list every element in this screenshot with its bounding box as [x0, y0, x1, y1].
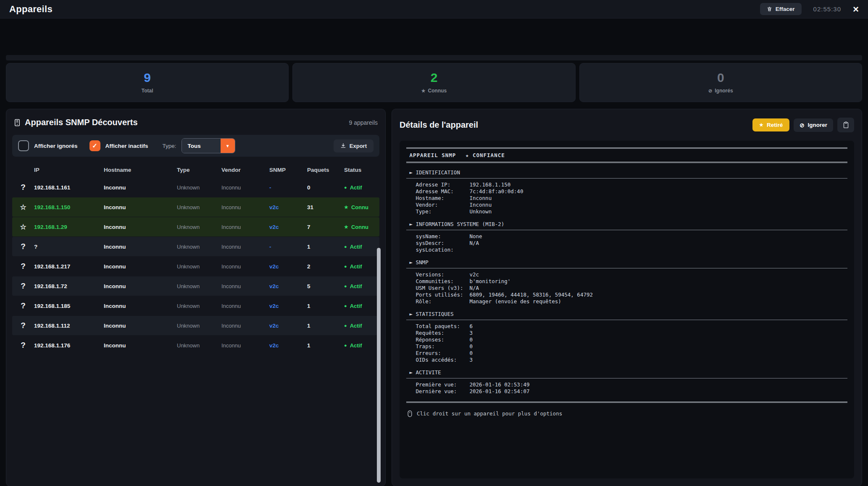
cell-vendor: Inconnu	[221, 224, 269, 230]
download-icon	[340, 143, 346, 149]
col-hostname: Hostname	[104, 167, 177, 173]
status-badge: ●Actif	[344, 263, 379, 270]
status-badge: ●Actif	[344, 184, 379, 191]
copy-button[interactable]	[837, 118, 854, 132]
cell-snmp: -	[269, 184, 307, 191]
details-panel-header: Détails de l'appareil ★ Retiré ⊘ Ignorer	[392, 109, 862, 134]
cell-packets: 1	[307, 303, 344, 309]
cell-type: Unknown	[177, 303, 221, 309]
detail-row: Adresse MAC:7c:4d:8f:a0:0d:40	[406, 188, 847, 195]
clear-button[interactable]: Effacer	[760, 3, 802, 15]
status-badge: ●Actif	[344, 342, 379, 349]
table-row[interactable]: ☆192.168.1.150InconnuUnknownInconnuv2c31…	[12, 197, 379, 217]
stats-row: 9 Total 2 ★ Connus 0 ⊘ Ignorés	[6, 63, 862, 102]
cell-snmp: v2c	[269, 323, 307, 329]
status-dot-icon: ●	[344, 284, 347, 289]
status-dot-icon: ●	[344, 323, 347, 328]
show-inactive-checkbox[interactable]: ✓	[89, 140, 100, 151]
status-label: Actif	[350, 323, 362, 329]
section-separator	[406, 178, 847, 179]
cell-ip: 192.168.1.176	[34, 342, 104, 349]
table-row[interactable]: ?192.168.1.112InconnuUnknownInconnuv2c1●…	[12, 316, 379, 335]
detail-value: 3	[469, 330, 473, 336]
vertical-scrollbar[interactable]	[377, 248, 381, 483]
confidence-badge: ★ CONFIANCE	[466, 152, 505, 159]
detail-row: Dernière vue:2026-01-16 02:54:07	[406, 388, 847, 395]
status-badge: ★Connu	[344, 204, 379, 210]
detail-value: Unknown	[469, 208, 492, 215]
ignore-button[interactable]: ⊘ Ignorer	[794, 118, 833, 132]
cell-type: Unknown	[177, 204, 221, 210]
stat-known-label: ★ Connus	[421, 88, 447, 94]
detail-label: Ports utilisés:	[416, 292, 470, 298]
filter-bar: Afficher ignorés ✓ Afficher inactifs Typ…	[12, 135, 379, 157]
table-row[interactable]: ?192.168.1.217InconnuUnknownInconnuv2c2●…	[12, 257, 379, 276]
status-dot-icon: ●	[344, 185, 347, 190]
detail-row: Requêtes:3	[406, 330, 847, 336]
mouse-icon	[407, 410, 413, 418]
close-icon[interactable]: ×	[853, 4, 859, 14]
table-row[interactable]: ?192.168.1.161InconnuUnknownInconnu-0●Ac…	[12, 178, 379, 197]
show-ignored-checkbox[interactable]	[18, 140, 29, 151]
cell-ip: 192.168.1.29	[34, 224, 104, 230]
retire-button[interactable]: ★ Retiré	[752, 118, 789, 131]
cell-vendor: Inconnu	[221, 342, 269, 349]
devices-panel-title: Appareils SNMP Découverts	[14, 118, 138, 127]
cell-hostname: Inconnu	[104, 303, 177, 309]
details-panel-title: Détails de l'appareil	[400, 120, 478, 130]
table-header: IP Hostname Type Vendor SNMP Paquets Sta…	[12, 163, 379, 176]
type-filter-select[interactable]: Tous ▼	[181, 138, 235, 153]
section-title: ► STATISTIQUES	[406, 311, 847, 320]
cell-ip: 192.168.1.150	[34, 204, 104, 210]
question-icon: ?	[12, 242, 34, 251]
cell-packets: 0	[307, 184, 344, 191]
star-icon: ★	[344, 225, 348, 229]
table-row[interactable]: ?192.168.1.176InconnuUnknownInconnuv2c1●…	[12, 336, 379, 355]
stat-ignored-value: 0	[717, 71, 724, 84]
progress-strip	[6, 55, 862, 60]
cell-vendor: Inconnu	[221, 303, 269, 309]
detail-label: Dernière vue:	[416, 388, 470, 395]
detail-value: 3	[469, 357, 473, 363]
trash-icon	[767, 6, 772, 12]
question-icon: ?	[12, 321, 34, 330]
cell-packets: 1	[307, 323, 344, 329]
cell-type: Unknown	[177, 263, 221, 270]
section-title: ► INFORMATIONS SYSTEME (MIB-2)	[406, 221, 847, 230]
stat-ignored-label: ⊘ Ignorés	[708, 88, 733, 94]
detail-label: sysName:	[416, 233, 470, 240]
detail-row: Traps:0	[406, 343, 847, 350]
col-packets: Paquets	[307, 167, 344, 173]
cell-ip: 192.168.1.217	[34, 263, 104, 270]
hint-row: Clic droit sur un appareil pour plus d'o…	[406, 410, 847, 418]
question-icon: ?	[12, 262, 34, 271]
terminal-section: ► ACTIVITEPremière vue:2026-01-16 02:53:…	[406, 369, 847, 395]
col-vendor: Vendor	[221, 167, 269, 173]
detail-value: v2c	[469, 271, 479, 278]
detail-label: OIDs accédés:	[416, 357, 470, 363]
cell-hostname: Inconnu	[104, 244, 177, 250]
detail-value: 192.168.1.150	[469, 181, 510, 188]
table-row[interactable]: ?192.168.1.185InconnuUnknownInconnuv2c1●…	[12, 296, 379, 315]
show-inactive-label: Afficher inactifs	[105, 143, 148, 149]
cell-hostname: Inconnu	[104, 224, 177, 230]
cell-vendor: Inconnu	[221, 244, 269, 250]
stat-card-ignored: 0 ⊘ Ignorés	[579, 63, 862, 102]
question-icon: ?	[12, 281, 34, 291]
double-separator	[406, 147, 847, 149]
section-separator	[406, 320, 847, 320]
cell-ip: 192.168.1.185	[34, 303, 104, 309]
cell-packets: 1	[307, 342, 344, 349]
detail-value: 0	[469, 350, 473, 357]
cell-type: Unknown	[177, 184, 221, 191]
stat-total-value: 9	[144, 71, 151, 84]
cell-hostname: Inconnu	[104, 342, 177, 349]
stat-known-value: 2	[431, 71, 438, 84]
export-button[interactable]: Export	[334, 139, 374, 152]
table-row[interactable]: ☆192.168.1.29InconnuUnknownInconnuv2c7★C…	[12, 217, 379, 236]
table-row[interactable]: ?192.168.1.72InconnuUnknownInconnuv2c5●A…	[12, 276, 379, 296]
table-row[interactable]: ??InconnuUnknownInconnu-1●Actif	[12, 237, 379, 256]
detail-label: Première vue:	[416, 381, 470, 388]
terminal-section: ► IDENTIFICATIONAdresse IP:192.168.1.150…	[406, 169, 847, 215]
cell-snmp: v2c	[269, 303, 307, 309]
